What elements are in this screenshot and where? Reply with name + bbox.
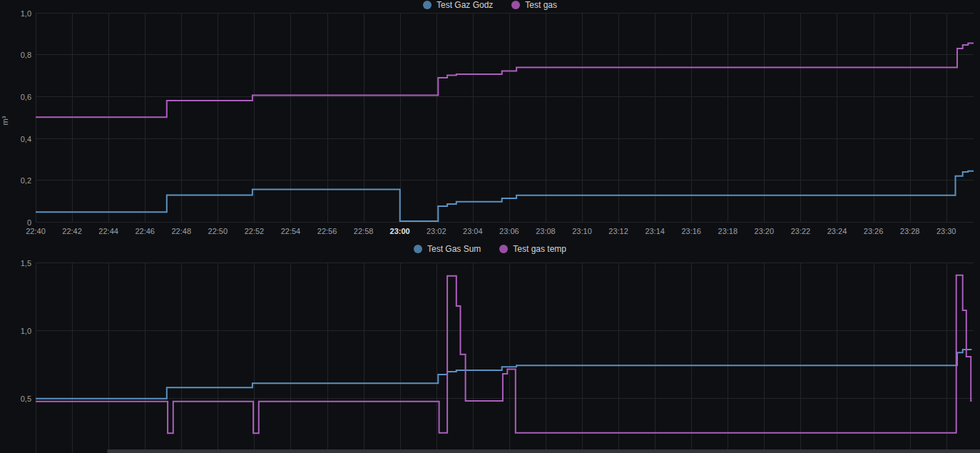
y-tick-label: 0,2	[21, 176, 31, 185]
x-tick-label: 22:58	[354, 227, 374, 235]
legend-series-dot	[414, 245, 422, 253]
y-tick-label: 0,6	[21, 93, 31, 101]
series-line-test-gas	[36, 43, 974, 117]
x-tick-label: 23:10	[572, 227, 592, 235]
x-tick-label: 23:22	[791, 227, 811, 235]
bottom-chart-legend: Test Gas SumTest gas temp	[0, 244, 980, 254]
x-tick-label: 23:26	[864, 227, 884, 235]
legend-series-dot	[499, 245, 508, 253]
y-tick-label: 0,4	[21, 135, 31, 143]
y-tick-label: 0	[27, 218, 31, 227]
x-tick-label: 22:40	[26, 227, 46, 235]
y-tick-label: 1,0	[21, 327, 31, 335]
x-tick-label: 23:18	[718, 227, 738, 235]
y-tick-label: 1,5	[21, 259, 31, 268]
legend-series-label: Test gas	[525, 0, 557, 10]
series-line-test-gaz-godz	[36, 171, 974, 221]
x-tick-label: 23:24	[827, 227, 847, 235]
x-tick-label: 22:54	[281, 227, 301, 235]
legend-item-test-gas-temp[interactable]: Test gas temp	[499, 244, 566, 254]
top-chart-plot[interactable]: 00,20,40,60,81,022:4022:4222:4422:4622:4…	[0, 0, 980, 241]
x-tick-label: 23:04	[463, 227, 483, 235]
x-tick-label: 22:50	[208, 227, 228, 235]
x-tick-label: 23:02	[427, 227, 446, 235]
x-tick-label: 23:14	[645, 227, 665, 235]
x-tick-label: 23:16	[681, 227, 701, 235]
x-tick-label: 23:20	[755, 227, 775, 235]
legend-item-test-gas-sum[interactable]: Test Gas Sum	[414, 244, 481, 254]
x-tick-label: 22:46	[135, 227, 155, 235]
series-line-test-gas-temp	[36, 275, 971, 434]
x-tick-label: 23:30	[936, 227, 956, 235]
x-tick-label: 22:56	[317, 227, 337, 235]
y-axis-unit-label: m³	[1, 116, 9, 125]
y-tick-label: 0,5	[21, 395, 31, 403]
legend-item-test-gas[interactable]: Test gas	[511, 0, 557, 10]
gas-hourly-chart-panel: Test Gaz GodzTest gas 00,20,40,60,81,022…	[0, 0, 980, 241]
legend-series-label: Test Gaz Godz	[437, 0, 493, 10]
legend-series-label: Test Gas Sum	[427, 244, 481, 254]
legend-item-test-gaz-godz[interactable]: Test Gaz Godz	[423, 0, 493, 10]
x-tick-label: 23:08	[536, 227, 556, 235]
y-tick-label: 1,0	[21, 9, 31, 18]
horizontal-scrollbar[interactable]	[107, 449, 980, 453]
x-tick-label: 23:28	[900, 227, 920, 235]
x-tick-label: 22:48	[172, 227, 192, 235]
bottom-chart-plot[interactable]: 0,51,01,5	[0, 241, 980, 453]
x-tick-label: 22:42	[62, 227, 82, 235]
gas-sum-temp-chart-panel: Test Gas SumTest gas temp 0,51,01,5	[0, 241, 980, 453]
legend-series-dot	[423, 1, 432, 9]
top-chart-legend: Test Gaz GodzTest gas	[0, 0, 980, 10]
x-tick-label: 22:52	[245, 227, 265, 235]
x-tick-label: 22:44	[98, 227, 118, 235]
legend-series-label: Test gas temp	[513, 244, 566, 254]
x-tick-label: 23:12	[608, 227, 628, 235]
x-tick-label: 23:00	[390, 227, 410, 235]
x-tick-label: 23:06	[499, 227, 519, 235]
y-tick-label: 0,8	[21, 51, 31, 59]
legend-series-dot	[511, 1, 520, 9]
